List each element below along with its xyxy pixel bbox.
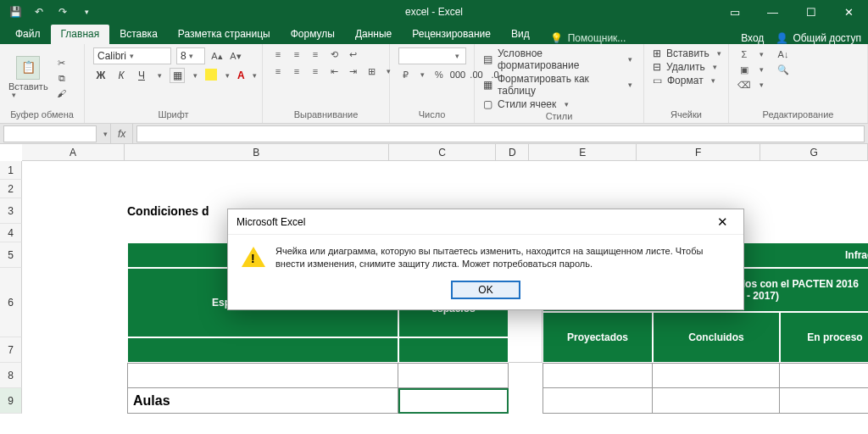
dialog-message: Ячейка или диаграмма, которую вы пытаете… (275, 245, 730, 270)
protected-sheet-dialog: Microsoft Excel ✕ Ячейка или диаграмма, … (227, 209, 744, 310)
dialog-title: Microsoft Excel (236, 216, 305, 228)
dialog-close-button[interactable]: ✕ (709, 209, 735, 235)
dialog-backdrop: Microsoft Excel ✕ Ячейка или диаграмма, … (0, 0, 868, 434)
warning-icon (242, 247, 265, 267)
close-icon: ✕ (717, 214, 728, 230)
ok-button[interactable]: OK (451, 281, 520, 299)
